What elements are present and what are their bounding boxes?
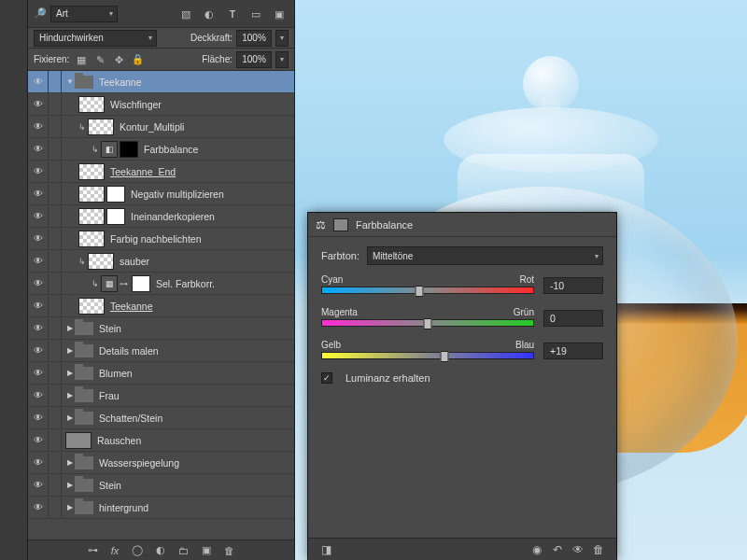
new-group-icon[interactable]: 🗀 [178, 545, 189, 556]
layer-thumb[interactable] [78, 186, 105, 203]
fill-dropdown-icon[interactable]: ▾ [275, 51, 289, 68]
visibility-eye-icon[interactable]: 👁 [28, 116, 49, 137]
disclosure-triangle-icon[interactable]: ▶ [65, 391, 75, 399]
visibility-eye-icon[interactable]: 👁 [28, 273, 49, 294]
color-slider[interactable] [321, 287, 534, 294]
layer-thumb[interactable] [88, 253, 114, 270]
filter-type-icon[interactable]: T [223, 5, 242, 23]
lock-all-icon[interactable]: 🔒 [131, 53, 144, 66]
disclosure-triangle-icon[interactable]: ▶ [65, 503, 75, 511]
blend-mode-select[interactable]: Hindurchwirken [34, 30, 157, 47]
layer-kind-filter[interactable]: Art [50, 6, 118, 22]
layer-name[interactable]: Negativ multiplizieren [131, 189, 224, 200]
visibility-eye-icon[interactable]: 👁 [28, 205, 49, 227]
layer-name[interactable]: Frau [99, 390, 120, 401]
layer-row[interactable]: 👁Teekanne_End [28, 161, 294, 183]
layer-name[interactable]: Farbig nachbelichten [110, 233, 201, 245]
preserve-luminosity-checkbox[interactable]: ✓ [321, 372, 332, 384]
visibility-eye-icon[interactable]: 👁 [28, 183, 49, 204]
layer-name[interactable]: Rauschen [97, 435, 141, 446]
disclosure-triangle-icon[interactable]: ▶ [65, 369, 75, 377]
mask-tab-icon[interactable] [333, 218, 348, 231]
visibility-eye-icon[interactable]: 👁 [28, 340, 49, 361]
disclosure-triangle-icon[interactable]: ▼ [65, 77, 75, 86]
opacity-value[interactable]: 100% [236, 30, 272, 47]
layer-name[interactable]: Stein [99, 323, 121, 334]
add-mask-icon[interactable]: ◯ [132, 544, 143, 556]
layer-row[interactable]: 👁▶Details malen [28, 340, 294, 362]
layer-row[interactable]: 👁↳sauber [28, 250, 294, 273]
layer-row[interactable]: 👁Ineinanderkopieren [28, 205, 294, 228]
layer-fx-icon[interactable]: fx [111, 545, 120, 556]
layer-row[interactable]: 👁▶Frau [28, 385, 294, 407]
layer-name[interactable]: Schatten/Stein [99, 413, 162, 424]
slider-value[interactable]: +19 [543, 343, 603, 359]
view-previous-icon[interactable]: ◉ [527, 543, 547, 556]
layer-row[interactable]: 👁▶Stein [28, 317, 294, 340]
filter-adjust-icon[interactable]: ◐ [200, 5, 218, 23]
lock-transparency-icon[interactable]: ▦ [75, 53, 88, 66]
slider-knob[interactable] [415, 286, 423, 297]
slider-value[interactable]: 0 [543, 310, 603, 327]
clip-to-layer-icon[interactable]: ◨ [316, 543, 336, 556]
layer-name[interactable]: Sel. Farbkorr. [156, 278, 215, 289]
layer-row[interactable]: 👁Negativ multiplizieren [28, 183, 294, 205]
layer-thumb[interactable] [78, 208, 105, 225]
layer-thumb[interactable] [78, 163, 105, 180]
layer-row[interactable]: 👁Teekanne [28, 295, 294, 317]
visibility-eye-icon[interactable]: 👁 [28, 228, 49, 249]
tone-select[interactable]: Mitteltöne [367, 246, 603, 265]
layer-thumb[interactable] [78, 96, 105, 113]
layer-row[interactable]: 👁Rauschen [28, 429, 294, 452]
layer-row[interactable]: 👁▶Stein [28, 474, 294, 497]
disclosure-triangle-icon[interactable]: ▶ [65, 324, 75, 332]
layer-row[interactable]: 👁Farbig nachbelichten [28, 228, 294, 250]
visibility-eye-icon[interactable]: 👁 [28, 429, 49, 451]
toggle-visibility-icon[interactable]: 👁 [568, 543, 588, 556]
layer-row[interactable]: 👁↳▦⊶Sel. Farbkorr. [28, 273, 294, 295]
visibility-eye-icon[interactable]: 👁 [28, 497, 49, 518]
visibility-eye-icon[interactable]: 👁 [28, 385, 49, 406]
layer-row[interactable]: 👁▶Blumen [28, 362, 294, 385]
visibility-eye-icon[interactable]: 👁 [28, 93, 49, 115]
visibility-eye-icon[interactable]: 👁 [28, 317, 49, 339]
layer-row[interactable]: 👁▶hintergrund [28, 497, 294, 519]
layer-name[interactable]: Details malen [99, 345, 159, 357]
visibility-eye-icon[interactable]: 👁 [28, 474, 49, 496]
disclosure-triangle-icon[interactable]: ▶ [65, 458, 75, 467]
slider-knob[interactable] [424, 318, 432, 329]
layer-row[interactable]: 👁▶Schatten/Stein [28, 407, 294, 429]
layer-name[interactable]: Wasserspiegelung [99, 457, 179, 469]
visibility-eye-icon[interactable]: 👁 [28, 452, 49, 473]
layer-mask-thumb[interactable] [132, 275, 150, 292]
layer-row[interactable]: 👁↳◧Farbbalance [28, 138, 294, 161]
layer-thumb[interactable] [78, 298, 105, 315]
new-layer-icon[interactable]: ▣ [202, 544, 211, 556]
slider-knob[interactable] [441, 351, 449, 362]
fill-value[interactable]: 100% [236, 51, 272, 68]
layer-name[interactable]: Teekanne [110, 301, 153, 312]
layer-name[interactable]: Teekanne_End [110, 166, 176, 177]
visibility-eye-icon[interactable]: 👁 [28, 362, 49, 384]
visibility-eye-icon[interactable]: 👁 [28, 71, 49, 92]
disclosure-triangle-icon[interactable]: ▶ [65, 413, 75, 422]
lock-position-icon[interactable]: ✥ [112, 53, 125, 66]
layer-name[interactable]: Stein [99, 480, 121, 491]
layer-name[interactable]: Blumen [99, 368, 133, 379]
layer-row[interactable]: 👁▶Wasserspiegelung [28, 452, 294, 474]
layer-name[interactable]: Wischfinger [110, 99, 162, 110]
delete-adjustment-icon[interactable]: 🗑 [588, 543, 609, 556]
visibility-eye-icon[interactable]: 👁 [28, 407, 49, 428]
layer-name[interactable]: sauber [120, 256, 149, 267]
layer-mask-thumb[interactable] [106, 186, 125, 203]
layer-name[interactable]: Ineinanderkopieren [131, 211, 215, 222]
delete-layer-icon[interactable]: 🗑 [224, 545, 234, 556]
new-adjustment-icon[interactable]: ◐ [156, 544, 165, 556]
layer-name[interactable]: hintergrund [99, 502, 148, 513]
layer-row[interactable]: 👁↳Kontur_Multipli [28, 116, 294, 138]
lock-pixels-icon[interactable]: ✎ [93, 53, 106, 66]
filter-pixel-icon[interactable]: ▧ [176, 5, 195, 23]
layer-thumb[interactable] [88, 119, 114, 135]
reset-icon[interactable]: ↶ [547, 543, 568, 556]
layer-mask-thumb[interactable] [106, 208, 125, 225]
